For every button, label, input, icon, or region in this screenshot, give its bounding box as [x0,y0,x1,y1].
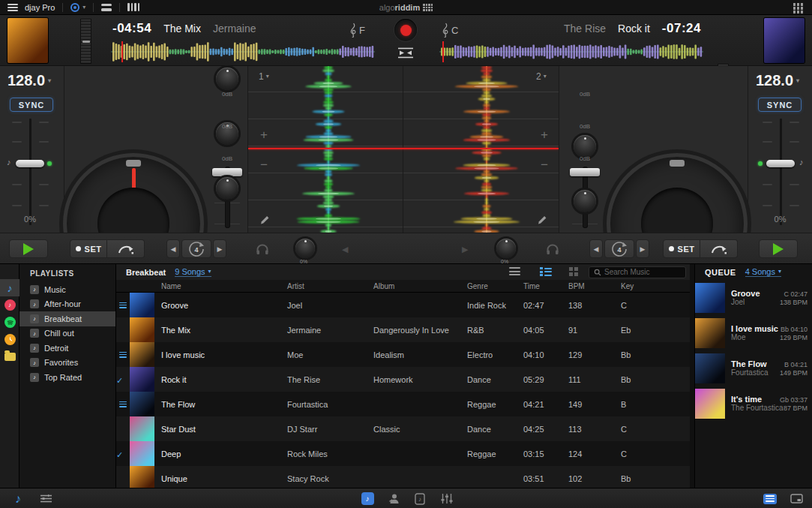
deck-2-selector[interactable]: 2▾ [536,71,547,82]
column-header-bpm[interactable]: BPM [562,282,615,290]
source-files[interactable] [0,348,19,365]
deck-right-filter-knob[interactable] [496,239,516,258]
deck-left-play-button[interactable] [9,239,48,258]
eq-knob[interactable] [216,177,238,200]
deck-right-pitch-slider[interactable]: ♪ 0% [748,66,812,233]
played-check-icon: ✓ [116,450,123,459]
menu-icon[interactable] [7,4,18,11]
deck-left-cue-set-button[interactable]: SET [70,239,107,258]
deck-left-filter-knob[interactable] [295,239,315,258]
deck-right-loop-double-button[interactable]: ▶ [636,239,649,258]
deck-2-edit-beatgrid-icon[interactable] [537,215,547,225]
songs-count-link[interactable]: 9 Songs▾ [175,267,211,277]
crossfader-right-arrow-icon: ▶ [462,245,468,254]
table-column-headers[interactable]: NameArtistAlbumGenreTimeBPMKey [116,280,690,293]
deck-left-pitch-handle[interactable] [16,160,44,167]
table-row[interactable]: UniqueStacy Rock03:51102Bb [116,466,690,488]
deck-layout-icon[interactable] [101,4,112,11]
deck-right-headphone-cue-icon[interactable] [546,243,559,255]
sidebar-item-music[interactable]: ♪Music [19,282,115,297]
table-row[interactable]: Star DustDJ StarrClassicDance04:25113C [116,416,690,441]
video-mode-button[interactable]: ♪ [412,488,428,508]
deck-left-pitch-strip[interactable] [80,19,91,64]
deck-left-headphone-cue-icon[interactable] [256,243,269,255]
transport-bar: SET ◀ 4 ▶ 0% ◀ ▶ 0% ◀ 4 ▶ SET [0,233,812,264]
deck-left-fader-handle[interactable] [212,168,242,176]
search-input[interactable] [604,268,681,276]
source-mode-icon[interactable] [70,3,79,12]
view-detail-button[interactable] [540,267,552,276]
sidebar-item-top-rated[interactable]: ♪Top Rated [19,370,115,385]
table-row[interactable]: The MixJermaineDangerously In LoveR&B04:… [116,317,690,342]
sidebar-item-after-hour[interactable]: ♪After-hour [19,297,115,312]
view-list-button[interactable] [509,267,520,275]
sidebar-item-chill-out[interactable]: ♪Chill out [19,326,115,341]
source-itunes[interactable]: ♪ [0,296,19,314]
library-note-icon[interactable]: ♪ [10,488,25,508]
deck-1-zoom-out-button[interactable]: − [257,158,271,173]
deck-left-waveform[interactable] [111,41,375,63]
deck-1-edit-beatgrid-icon[interactable] [259,215,270,225]
queue-songs-count-link[interactable]: 4 Songs▾ [745,267,781,277]
columns-view-icon[interactable] [127,3,139,11]
queue-item[interactable]: The FlowB 04:21Fourtastica149 BPM [695,350,812,386]
treble-clef-icon [349,23,357,38]
record-button[interactable] [394,19,417,41]
sidebar-item-breakbeat[interactable]: ♪Breakbeat [19,311,115,326]
queue-item[interactable]: GrooveC 02:47Joel138 BPM [695,280,812,315]
column-header-name[interactable]: Name [154,282,281,290]
app-grid-icon[interactable] [793,3,804,14]
view-grid-button[interactable] [569,267,578,276]
queue-item[interactable]: It's timeGb 03:37The Fourtastica87 BPM [695,386,812,421]
queue-item[interactable]: I love musicBb 04:10Moe129 BPM [695,315,812,350]
eq-knob[interactable] [574,135,596,158]
table-row[interactable]: I love musicMoeIdealismElectro04:10129Bb [116,342,690,367]
deck-left-loop-double-button[interactable]: ▶ [213,239,226,258]
column-header-artist[interactable]: Artist [281,282,367,290]
table-row[interactable]: ✓DeepRock MilesReggae03:15124C [116,441,690,466]
music-mode-button[interactable]: ♪ [359,488,376,508]
column-header-time[interactable]: Time [517,282,562,290]
deck-1-selector[interactable]: 1▾ [259,71,269,82]
column-header-key[interactable]: Key [615,282,690,290]
deck-right-waveform[interactable] [439,41,703,63]
library-settings-icon[interactable] [37,488,54,508]
deck-right-loop-half-button[interactable]: ◀ [589,239,603,258]
deck-2-zoom-out-button[interactable]: − [538,158,551,173]
queue-item-bpm: 138 BPM [780,299,808,306]
deck-right-pitch-handle[interactable] [766,160,795,167]
deck-2-zoom-in-button[interactable]: + [538,128,551,143]
source-spotify[interactable] [0,314,19,331]
deck-right-loop-in-button[interactable] [700,239,738,258]
deck-left-pitch-slider[interactable]: ♪ 0% [0,66,64,233]
column-header-genre[interactable]: Genre [461,282,517,290]
dj-profile-button[interactable] [385,488,402,508]
deck-right-cue-set-button[interactable]: SET [663,239,700,258]
deck-left-loop-in-button[interactable] [107,239,145,258]
search-field[interactable] [589,266,686,278]
deck-left-loop-half-button[interactable]: ◀ [166,239,180,258]
mixer-button[interactable] [438,488,456,508]
table-row[interactable]: ✓Rock itThe RiseHomeworkDance05:29111Bb [116,367,690,392]
deck-right-fader-handle[interactable] [570,168,600,176]
queue-toggle-button[interactable] [761,488,779,508]
deck-left-loop-button[interactable]: 4 [181,239,211,258]
sidebar-item-favorites[interactable]: ♪Favorites [19,356,115,371]
snap-icon[interactable] [397,47,414,59]
column-header-album[interactable]: Album [367,282,461,290]
eq-knob[interactable] [574,190,596,212]
eq-knob[interactable] [216,68,238,90]
deck-right-loop-button[interactable]: 4 [604,239,634,258]
deck-right-play-button[interactable] [759,239,798,258]
source-mymusic[interactable]: ♪ [0,279,19,296]
table-row[interactable]: The FlowFourtasticaReggae04:21149B [116,392,690,416]
playlist-item-label: After-hour [44,299,81,308]
external-display-button[interactable] [787,488,805,508]
chevron-down-icon[interactable]: ▾ [82,5,85,11]
sidebar-item-detroit[interactable]: ♪Detroit [19,341,115,356]
deck-1-zoom-in-button[interactable]: + [257,128,271,143]
source-history[interactable] [0,331,19,348]
crossfader-left-arrow-icon: ◀ [342,245,348,254]
eq-knob-label: 0dB [216,123,238,130]
table-row[interactable]: GrooveJoelIndie Rock02:47138C [116,293,690,317]
